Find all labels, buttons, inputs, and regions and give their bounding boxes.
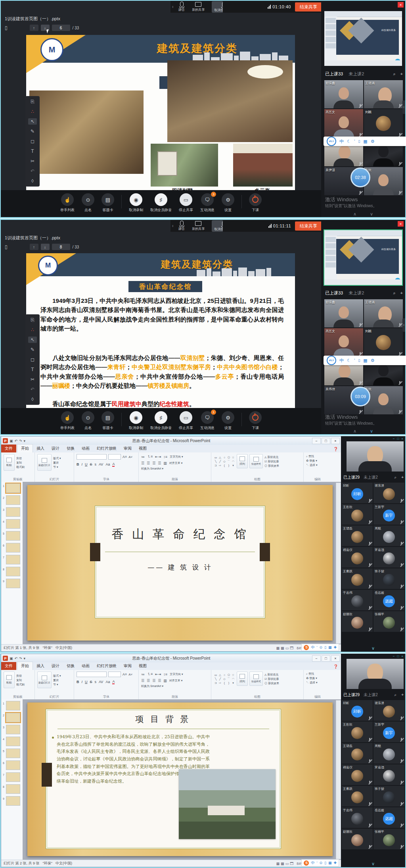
- sorter-view-icon[interactable]: ▩: [281, 646, 284, 650]
- undo-icon[interactable]: ↶: [28, 168, 37, 174]
- bold-button[interactable]: B: [77, 680, 79, 684]
- align-center-icon[interactable]: ☰: [147, 461, 150, 465]
- page-number-input[interactable]: 6: [52, 25, 70, 31]
- thumbnail-8[interactable]: 8: [6, 784, 20, 794]
- video-tile[interactable]: 刘颖: [364, 109, 403, 137]
- participant-tile[interactable]: 赵丽欣: [342, 611, 373, 632]
- minimize-icon[interactable]: −: [393, 437, 395, 441]
- slide-1[interactable]: 香 山 革 命 纪 念 馆 —— 建 筑 设 计: [27, 485, 333, 641]
- align-right-icon[interactable]: ☰: [152, 461, 155, 465]
- maximize-icon[interactable]: □: [397, 437, 399, 441]
- end-share-button[interactable]: 结束共享: [295, 2, 322, 12]
- participant-tile[interactable]: 谢东泽: [373, 700, 404, 721]
- participant-tile[interactable]: 王素跃: [342, 568, 373, 589]
- raise-hand-list-button[interactable]: ☝举手列表: [60, 411, 75, 431]
- search-icon[interactable]: ⌕: [393, 71, 395, 77]
- shadow-button[interactable]: s: [95, 462, 97, 466]
- cursor-tool-icon[interactable]: ↖: [28, 337, 37, 343]
- video-tile[interactable]: 高艺文: [324, 109, 363, 137]
- thumbnail-9[interactable]: 9: [6, 796, 20, 806]
- participant-tile[interactable]: 周航: [373, 743, 404, 764]
- thumbnail-4[interactable]: 4: [6, 737, 20, 746]
- page-down-icon[interactable]: ∨: [370, 212, 373, 217]
- section-button[interactable]: 节 ▾: [53, 465, 61, 469]
- eraser-icon[interactable]: ◊: [28, 178, 37, 184]
- video-tile[interactable]: 赵倍鑫: [324, 80, 363, 108]
- new-share-button[interactable]: 新的共享: [192, 2, 205, 12]
- font-color-icon[interactable]: A: [112, 679, 115, 684]
- thumbnail-8[interactable]: 8: [6, 567, 20, 576]
- page-up-icon[interactable]: ∧: [353, 429, 356, 434]
- close-icon[interactable]: ×: [398, 2, 404, 8]
- numbering-icon[interactable]: ⒈≡: [147, 454, 153, 459]
- pen-tool-icon[interactable]: ✎: [28, 346, 37, 353]
- italic-button[interactable]: I: [82, 680, 83, 684]
- sorter-view-icon[interactable]: ▩: [281, 862, 284, 866]
- reading-view-icon[interactable]: ▭: [285, 862, 289, 866]
- normal-view-icon[interactable]: ▦: [276, 862, 280, 866]
- mic-input-icon[interactable]: ▯: [358, 139, 360, 143]
- slide-2[interactable]: 项 目 背 景 1949年3月23日、中共中央和毛泽东从西柏坡赴北京，25日进驻…: [27, 702, 333, 856]
- participant-tile[interactable]: 宋嘉强: [373, 764, 404, 785]
- keyboard-icon[interactable]: ▦: [328, 861, 332, 865]
- tab-insert[interactable]: 插入: [33, 662, 48, 670]
- help-icon[interactable]: ❓: [330, 663, 341, 670]
- participant-tile[interactable]: 班子骏: [373, 568, 404, 589]
- participant-tile[interactable]: 于志伟: [342, 807, 373, 828]
- interactive-message-button[interactable]: 🗨1互动消息: [200, 411, 214, 431]
- thumbnail-2[interactable]: 2: [6, 495, 20, 505]
- main-speaker-video[interactable]: [347, 441, 404, 472]
- thumbnail-1[interactable]: 1: [6, 483, 20, 493]
- tab-design[interactable]: 设计: [48, 662, 63, 670]
- participant-tile[interactable]: 周航: [373, 525, 404, 546]
- prev-slide-button[interactable]: ↑: [30, 244, 38, 250]
- close-icon[interactable]: ×: [401, 654, 403, 658]
- participant-tile[interactable]: 王彤欣: [342, 722, 373, 742]
- unmute-all-toolbar-button[interactable]: ♯取消全员静音: [150, 411, 172, 431]
- aerial-photo[interactable]: [179, 769, 276, 839]
- ime-mode-cn[interactable]: 中: [311, 860, 314, 866]
- slide-title-calligraphy[interactable]: 香 山 革 命 纪 念 馆: [27, 526, 333, 543]
- justify-icon[interactable]: ☰: [158, 679, 161, 683]
- ime-settings-icon[interactable]: ⚙: [371, 139, 375, 144]
- arrange-button[interactable]: 排列: [237, 454, 248, 468]
- share-out-icon[interactable]: ⎘: [28, 98, 37, 105]
- video-tile[interactable]: 彤欣: [364, 386, 403, 414]
- participant-tile[interactable]: 岳远超远超: [373, 807, 404, 828]
- char-spacing-icon[interactable]: AV: [99, 680, 103, 684]
- shape-fill-button[interactable]: ◬ 形状填充: [264, 455, 279, 459]
- underline-button[interactable]: U: [85, 680, 88, 684]
- tab-review[interactable]: 审阅: [120, 662, 135, 670]
- select-button[interactable]: ↖ 选择 ▾: [306, 463, 329, 467]
- char-spacing-icon[interactable]: AV: [99, 462, 103, 466]
- sogou-ime-bar[interactable]: S 中’⊙▯▦✚: [301, 644, 339, 651]
- sogou-ime-bar[interactable]: S 中’⊙▯▦✚: [301, 859, 339, 866]
- underline-button[interactable]: U: [85, 462, 88, 466]
- ime-mode-cn[interactable]: 中: [339, 139, 344, 144]
- strike-button[interactable]: S: [90, 680, 92, 684]
- change-case-icon[interactable]: Aa: [105, 462, 110, 466]
- video-tile[interactable]: 彤欣: [364, 167, 403, 195]
- vertical-scrollbar[interactable]: [336, 700, 341, 859]
- page-down-icon[interactable]: ∨: [370, 429, 373, 434]
- text-tool-icon[interactable]: T: [28, 366, 37, 373]
- grow-font-icon[interactable]: A˄: [123, 455, 127, 459]
- tab-slideshow[interactable]: 幻灯片放映: [93, 445, 120, 452]
- quick-styles-button[interactable]: 快速样式: [249, 672, 263, 686]
- arrange-button[interactable]: 排列: [237, 672, 248, 686]
- keyboard-icon[interactable]: ▦: [363, 139, 367, 144]
- tab-file[interactable]: 文件: [1, 662, 16, 670]
- tab-view[interactable]: 视图: [135, 662, 150, 670]
- slideshow-icon[interactable]: 🗖: [290, 646, 293, 650]
- find-button[interactable]: ⌕ 查找: [306, 454, 329, 458]
- text-direction-button[interactable]: 文字方向 ▾: [170, 672, 183, 676]
- teacher-screen-preview[interactable]: 科技城市商务: [324, 11, 402, 66]
- teacher-screen-preview[interactable]: 科技城市商务: [324, 230, 402, 285]
- thumbnail-6[interactable]: 6: [6, 760, 20, 770]
- participant-tile[interactable]: 邱昕邱昕: [342, 700, 373, 721]
- stop-share-button[interactable]: ▭停止共享: [179, 193, 193, 213]
- select-button[interactable]: ↖ 选择 ▾: [306, 680, 329, 685]
- slide-subtitle-calligraphy[interactable]: —— 建 筑 设 计: [27, 563, 333, 572]
- emoji-icon[interactable]: ⊙: [319, 645, 322, 649]
- new-share-button[interactable]: 新的共享: [192, 221, 205, 231]
